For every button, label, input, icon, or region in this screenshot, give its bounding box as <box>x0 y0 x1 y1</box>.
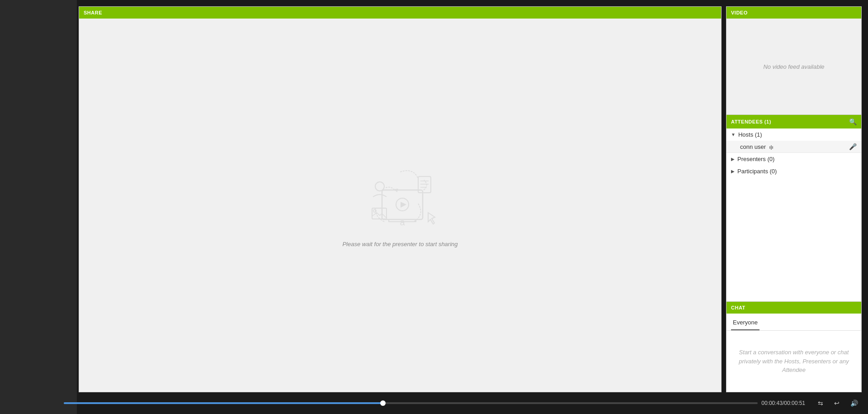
share-panel-header: SHARE <box>79 7 721 19</box>
time-current: 00:00:43 <box>761 400 783 406</box>
share-screen-button[interactable]: ⇆ <box>815 398 826 409</box>
svg-marker-4 <box>401 202 406 208</box>
chat-tab-everyone-label: Everyone <box>733 319 758 326</box>
chat-tabs: Everyone <box>726 314 861 331</box>
hosts-group-label: Hosts (1) <box>738 131 762 138</box>
share-panel: SHARE <box>79 6 722 392</box>
attendee-item-conn-user: conn user 🎤 <box>726 141 861 153</box>
progress-thumb[interactable] <box>380 400 386 406</box>
volume-icon: 🔊 <box>850 400 858 407</box>
mic-icon[interactable]: 🎤 <box>849 143 857 150</box>
attendees-list: ▼ Hosts (1) conn user 🎤 <box>726 128 861 301</box>
svg-marker-13 <box>428 213 435 224</box>
svg-text:a: a <box>400 217 405 227</box>
hosts-chevron-down-icon: ▼ <box>731 132 736 137</box>
progress-bar-track[interactable] <box>64 402 758 404</box>
share-screen-icon: ⇆ <box>818 400 823 407</box>
share-wait-message: Please wait for the presenter to start s… <box>342 241 458 247</box>
wave-bar-2 <box>771 145 772 150</box>
bottom-toolbar: 15 ▶ 15 00:00:43/00:00:51 ⇆ ↩ 🔊 <box>0 392 868 414</box>
attendees-panel: ATTENDEES (1) 🔍 ▼ Hosts (1) conn user <box>726 115 862 302</box>
no-video-text: No video feed available <box>763 63 824 70</box>
main-container: SHARE <box>0 0 868 414</box>
volume-button[interactable]: 🔊 <box>848 398 861 409</box>
attendees-search-button[interactable]: 🔍 <box>849 118 857 125</box>
share-illustration-svg: a <box>355 163 445 235</box>
video-panel: VIDEO No video feed available <box>726 6 862 115</box>
participants-group-label: Participants (0) <box>737 168 777 175</box>
back-icon: ↩ <box>834 400 840 407</box>
video-header-label: VIDEO <box>731 10 748 15</box>
attendees-header-label: ATTENDEES (1) <box>731 119 771 124</box>
time-total: 00:00:51 <box>784 400 805 406</box>
chat-header: CHAT <box>726 302 861 314</box>
left-sidebar <box>0 0 77 414</box>
chat-hint-text: Start a conversation with everyone or ch… <box>736 348 852 375</box>
back-button[interactable]: ↩ <box>831 398 842 409</box>
hosts-group-header[interactable]: ▼ Hosts (1) <box>726 128 861 141</box>
attendees-header: ATTENDEES (1) 🔍 <box>726 115 861 128</box>
progress-bar-fill <box>64 402 383 404</box>
presenters-group-header[interactable]: ▶ Presenters (0) <box>726 153 861 165</box>
right-panels: VIDEO No video feed available ATTENDEES … <box>726 6 862 392</box>
video-content-area: No video feed available <box>726 19 861 114</box>
chat-panel: CHAT Everyone Start a conversation with … <box>726 302 862 392</box>
share-content-area: a Please wait for the presenter to start… <box>79 19 721 392</box>
time-display: 00:00:43/00:00:51 <box>761 400 805 406</box>
speaking-indicator <box>769 145 773 150</box>
chat-header-label: CHAT <box>731 305 745 310</box>
presenters-chevron-right-icon: ▶ <box>731 157 735 162</box>
progress-bar-container: 00:00:43/00:00:51 <box>64 400 805 406</box>
share-illustration-container: a Please wait for the presenter to start… <box>342 163 458 247</box>
video-panel-header: VIDEO <box>726 7 861 19</box>
chat-tab-everyone[interactable]: Everyone <box>731 317 760 330</box>
svg-point-5 <box>375 182 384 191</box>
participants-group-header[interactable]: ▶ Participants (0) <box>726 165 861 177</box>
chat-message-area: Start a conversation with everyone or ch… <box>726 331 861 392</box>
presenters-group-label: Presenters (0) <box>737 156 774 162</box>
content-area: SHARE <box>0 0 868 392</box>
wave-bar-3 <box>772 146 773 149</box>
attendee-name-conn-user: conn user <box>740 143 773 150</box>
share-header-label: SHARE <box>84 10 102 15</box>
participants-chevron-right-icon: ▶ <box>731 169 735 174</box>
wave-bar-1 <box>769 146 770 149</box>
